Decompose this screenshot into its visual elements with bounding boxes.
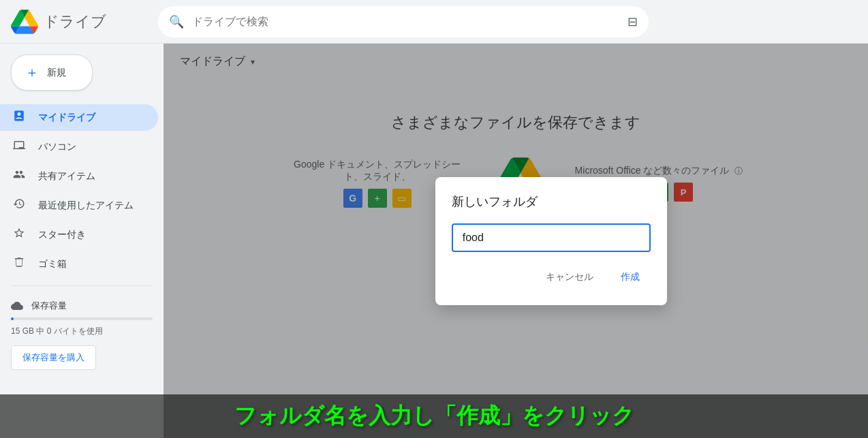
sidebar-item-my-drive-label: マイドライブ — [38, 112, 95, 124]
logo-text: ドライブ — [44, 12, 106, 32]
search-bar[interactable]: 🔍 ⊟ — [158, 6, 649, 37]
sidebar-item-starred-label: スター付き — [38, 229, 86, 241]
sidebar-divider — [11, 285, 153, 286]
storage-bar-fill — [11, 317, 14, 320]
create-button[interactable]: 作成 — [610, 266, 651, 289]
sidebar-item-trash[interactable]: ゴミ箱 — [0, 251, 158, 277]
new-folder-dialog: 新しいフォルダ キャンセル 作成 — [435, 177, 667, 305]
storage-bar-bg — [11, 317, 153, 320]
sidebar-item-starred[interactable]: スター付き — [0, 221, 158, 248]
sidebar: ＋ 新規 マイドライブ パソコン 共有アイテム 最近使用したアイテム — [0, 44, 164, 438]
layout: ＋ 新規 マイドライブ パソコン 共有アイテム 最近使用したアイテム — [0, 44, 868, 438]
filter-icon[interactable]: ⊟ — [627, 14, 638, 29]
logo-area: ドライブ — [11, 8, 147, 35]
shared-icon — [11, 168, 27, 184]
storage-section: 保存容量 15 GB 中 0 バイトを使用 保存容量を購入 — [0, 294, 164, 375]
bottom-annotation: フォルダ名を入力し「作成」をクリック — [0, 394, 868, 438]
computer-icon — [11, 139, 27, 155]
sidebar-item-computers-label: パソコン — [38, 141, 76, 153]
header: ドライブ 🔍 ⊟ — [0, 0, 868, 44]
recent-icon — [11, 198, 27, 213]
cancel-button[interactable]: キャンセル — [535, 266, 604, 289]
sidebar-item-recent[interactable]: 最近使用したアイテム — [0, 192, 158, 219]
sidebar-item-shared[interactable]: 共有アイテム — [0, 163, 158, 189]
new-button[interactable]: ＋ 新規 — [11, 54, 93, 91]
folder-name-input[interactable] — [452, 223, 651, 252]
trash-icon — [11, 256, 27, 272]
my-drive-icon — [11, 110, 27, 125]
search-input[interactable] — [192, 16, 619, 28]
star-icon — [11, 227, 27, 243]
main-content: マイドライブ ▾ さまざまなファイルを保存できます Google ドキュメント、… — [164, 44, 868, 438]
plus-icon: ＋ — [25, 63, 39, 82]
sidebar-item-my-drive[interactable]: マイドライブ — [0, 104, 158, 131]
dialog-title: 新しいフォルダ — [452, 193, 651, 210]
new-button-label: 新規 — [47, 67, 66, 79]
buy-storage-button[interactable]: 保存容量を購入 — [11, 345, 96, 370]
storage-used-text: 15 GB 中 0 バイトを使用 — [11, 326, 153, 337]
storage-text: 保存容量 — [31, 300, 67, 312]
sidebar-item-trash-label: ゴミ箱 — [38, 258, 67, 270]
storage-label: 保存容量 — [11, 300, 153, 312]
sidebar-item-shared-label: 共有アイテム — [38, 170, 95, 183]
search-icon: 🔍 — [169, 14, 184, 29]
sidebar-item-recent-label: 最近使用したアイテム — [38, 200, 134, 212]
annotation-text: フォルダ名を入力し「作成」をクリック — [234, 403, 634, 428]
sidebar-item-computers[interactable]: パソコン — [0, 134, 158, 160]
drive-logo-icon — [11, 8, 38, 35]
dialog-actions: キャンセル 作成 — [452, 266, 651, 289]
